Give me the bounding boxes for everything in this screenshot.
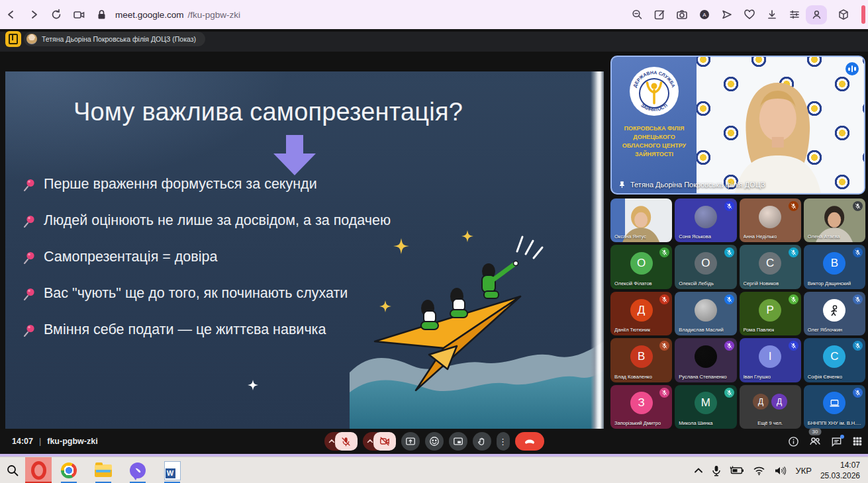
participant-name: Соня Яськова — [679, 234, 711, 240]
tray-wifi-icon[interactable] — [753, 466, 765, 476]
tray-chevron-icon[interactable] — [694, 467, 703, 474]
avatar: С — [759, 252, 781, 275]
settings-sliders-icon[interactable] — [783, 5, 806, 24]
participant-name: БННППІ ХНУ ім. В.Н. Ка... — [808, 420, 862, 426]
more-options-button[interactable]: ⋮ — [497, 432, 510, 451]
slide-title: Чому важлива самопрезентація? — [5, 98, 531, 126]
chat-notification-dot — [840, 435, 844, 439]
participant-tile[interactable]: ВВлад Коваленко — [610, 338, 672, 382]
presentation-slide: Чому важлива самопрезентація? Перше враж… — [5, 71, 604, 429]
tray-battery-icon[interactable] — [730, 466, 744, 475]
mic-off-button[interactable] — [335, 432, 358, 451]
screenshot-camera-icon[interactable] — [671, 5, 693, 24]
taskbar-word-icon[interactable] — [155, 457, 189, 483]
profile-icon[interactable] — [806, 5, 827, 24]
pushpin-icon — [23, 214, 36, 228]
forward-icon[interactable] — [23, 5, 45, 24]
translate-ai-icon[interactable]: A — [693, 5, 716, 24]
mic-off-badge — [789, 294, 798, 304]
lock-icon[interactable] — [90, 5, 113, 24]
participant-tile[interactable]: ДДаніїл Тютюник — [610, 292, 672, 335]
taskbar-clock[interactable]: 14:07 25.03.2026 — [820, 460, 860, 481]
reload-icon[interactable] — [45, 5, 68, 24]
camera-in-use-icon[interactable] — [68, 5, 90, 24]
participant-name: Олексій Лебідь — [679, 281, 714, 286]
chat-panel-button[interactable] — [831, 436, 842, 447]
taskbar-chrome-icon[interactable] — [52, 457, 86, 483]
workspace-icon[interactable] — [5, 31, 21, 47]
info-icon[interactable] — [788, 436, 799, 447]
participant-tile[interactable]: ВВиктор Дащинский — [804, 245, 865, 288]
participant-tile[interactable]: РРома Павлюк — [740, 292, 801, 335]
tray-mic-icon[interactable] — [712, 465, 721, 476]
present-button[interactable] — [401, 432, 420, 451]
participant-tile[interactable]: ООлексій Лебідь — [675, 245, 736, 288]
participant-name: Рома Павлюк — [744, 327, 775, 333]
people-panel-button[interactable]: 30 — [809, 435, 821, 447]
taskbar-viber-icon[interactable] — [121, 457, 155, 483]
taskbar-opera-icon[interactable] — [25, 457, 52, 483]
reactions-button[interactable] — [425, 432, 444, 451]
screen-share-button[interactable] — [449, 432, 467, 451]
participant-tile[interactable]: БННППІ ХНУ ім. В.Н. Ка... — [804, 385, 865, 429]
employment-service-logo-icon: ДЕРЖАВНА СЛУЖБА ЗАЙНЯТОСТІ — [629, 66, 679, 116]
page-curl — [591, 71, 604, 429]
mic-off-badge — [659, 294, 669, 304]
participant-name: Іван Глушко — [744, 374, 771, 380]
back-icon[interactable] — [0, 5, 23, 24]
participant-tile[interactable]: Олена Атаєва — [804, 198, 865, 242]
layout-grid-icon[interactable] — [852, 436, 863, 447]
svg-text:A: A — [702, 12, 706, 18]
audio-indicator — [845, 62, 859, 75]
meet-window: Тетяна Дьоріна Покровська філія ДОЦЗ (По… — [0, 29, 868, 454]
participant-tile[interactable]: ООлексій Філатов — [610, 245, 672, 288]
mic-off-badge — [724, 388, 734, 398]
address-bar[interactable]: meet.google.com/fku-pgbw-zki — [115, 10, 240, 20]
camera-off-button[interactable] — [373, 432, 396, 451]
participant-tile[interactable]: Анна Неділько — [740, 198, 801, 242]
end-call-button[interactable] — [515, 432, 544, 451]
avatar: Д — [630, 299, 653, 322]
bookmark-heart-icon[interactable] — [738, 5, 761, 24]
participant-tile[interactable]: ІІван Глушко — [740, 338, 801, 382]
snapshot-edit-icon[interactable] — [648, 5, 671, 24]
extensions-cube-icon[interactable] — [832, 5, 855, 24]
participant-tile[interactable]: ССофія Євченко — [804, 338, 865, 382]
tray-volume-icon[interactable] — [774, 466, 787, 476]
clock-time: 14:07 — [820, 460, 860, 470]
participant-tile[interactable]: Оксана Янтус — [610, 198, 672, 242]
pin-icon — [618, 181, 626, 189]
sidebar-accent-bar — [861, 5, 865, 24]
word-logo-icon — [164, 461, 181, 480]
folder-icon — [95, 464, 112, 477]
participant-tile[interactable]: Владислав Маслий — [675, 292, 736, 335]
keyboard-language[interactable]: УКР — [795, 466, 812, 476]
participant-name: Олег Яблочкин — [808, 327, 842, 333]
presenter-tile[interactable]: ДЕРЖАВНА СЛУЖБА ЗАЙНЯТОСТІ ПОКРОВСЬКА ФІ… — [610, 56, 865, 195]
taskbar-search-icon[interactable] — [0, 457, 25, 483]
participant-tile[interactable]: ДДЕщё 9 чел. — [740, 385, 801, 429]
participant-name: Оксана Янтус — [614, 234, 646, 240]
pushpin-icon — [23, 324, 36, 337]
meeting-info: 14:07 | fku-pgbw-zki — [12, 429, 98, 454]
participant-tile[interactable]: Соня Яськова — [675, 198, 736, 242]
participant-tile[interactable]: ССергій Новиков — [740, 245, 801, 288]
participant-name: Виктор Дащинский — [808, 281, 851, 286]
bullet-item: Вас "чують" ще до того, як починають слу… — [23, 285, 391, 302]
participant-tile[interactable]: Олег Яблочкин — [804, 292, 865, 335]
raise-hand-button[interactable] — [473, 432, 491, 451]
bullet-item: Вміння себе подати — це життєва навичка — [23, 322, 391, 338]
presenter-chip-label: Тетяна Дьоріна Покровська філія ДОЦЗ (По… — [42, 35, 196, 43]
send-to-device-icon[interactable] — [716, 5, 738, 24]
participant-tile[interactable]: ММикола Шинка — [675, 385, 736, 429]
taskbar-explorer-icon[interactable] — [86, 457, 121, 483]
paper-plane-illustration — [350, 230, 604, 429]
find-on-page-icon[interactable] — [626, 5, 648, 24]
presenter-avatar — [26, 34, 37, 44]
download-icon[interactable] — [761, 5, 783, 24]
mic-off-badge — [789, 341, 798, 351]
presenter-chip[interactable]: Тетяна Дьоріна Покровська філія ДОЦЗ (По… — [24, 32, 205, 46]
participant-tile[interactable]: ЗЗапорізький Дмитро — [610, 385, 672, 429]
participant-tile[interactable]: Руслана Степаненко — [675, 338, 736, 382]
system-tray: УКР 14:07 25.03.2026 — [694, 460, 868, 481]
